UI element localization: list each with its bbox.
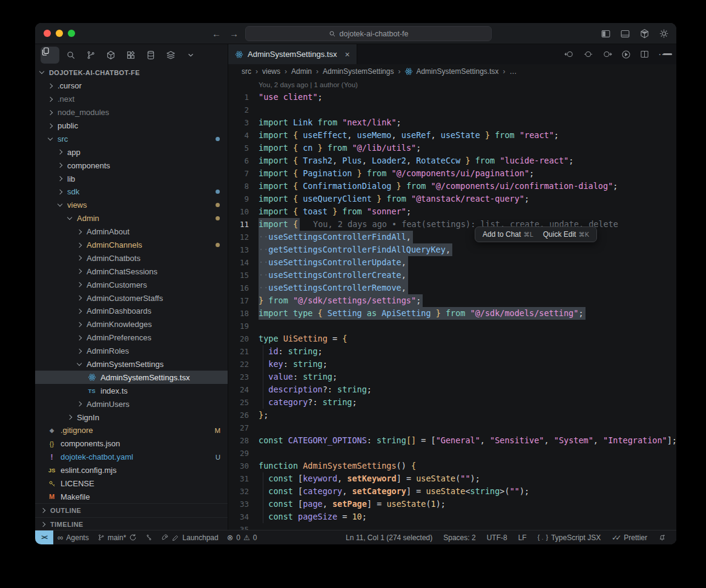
extensions-cube-icon[interactable] [102,47,119,64]
explorer-item-dojotek-chatbot-yaml[interactable]: !dojotek-chatbot.yamlU [35,451,228,464]
explorer-item-adminknowledges[interactable]: AdminKnowledges [35,318,228,331]
breadcrumb-item-[interactable]: … [509,67,516,76]
code-line-15[interactable]: 15··useSettingsControllerCreate, [228,269,676,282]
code-line-24[interactable]: 24 description?: string; [228,383,676,396]
problems-status-item[interactable]: ⊗ 0 ⚠ 0 [223,530,262,544]
code-line-18[interactable]: 18import type { Setting as ApiSetting } … [228,307,676,320]
line-number[interactable]: 11 [228,218,249,231]
explorer-icon[interactable] [41,47,59,64]
explorer-item-adminchatbots[interactable]: AdminChatbots [35,251,228,265]
explorer-item-adminroles[interactable]: AdminRoles [35,345,228,358]
notifications-status[interactable] [653,530,671,544]
explorer-item-cursor[interactable]: .cursor [35,79,228,93]
code-line-10[interactable]: 10import { toast } from "sonner"; [228,205,676,218]
breadcrumb-item-adminsystemsettings[interactable]: AdminSystemSettings [323,67,394,76]
code-line-23[interactable]: 23 value: string; [228,371,676,383]
explorer-item-components[interactable]: components [35,159,228,172]
code-line-25[interactable]: 25 category?: string; [228,396,676,409]
line-number[interactable]: 22 [228,358,249,371]
explorer-item-public[interactable]: public [35,119,228,133]
explorer-item-adminsystemsettings-tsx[interactable]: AdminSystemSettings.tsx [35,371,228,384]
eol-status[interactable]: LF [513,530,532,544]
line-number[interactable]: 30 [228,460,249,472]
toggle-sidebar-icon[interactable] [601,28,611,39]
line-number[interactable]: 26 [228,409,249,421]
code-line-12[interactable]: 12··useSettingsControllerFindAll, [228,231,676,243]
explorer-item-adminchannels[interactable]: AdminChannels [35,239,228,252]
history-back-button[interactable]: ← [212,28,221,39]
explorer-item-lib[interactable]: lib [35,172,228,185]
line-number[interactable]: 18 [228,307,249,320]
explorer-item-license[interactable]: LICENSE [35,477,228,491]
cursor-mark-icon[interactable] [584,50,593,59]
add-to-chat-button[interactable]: Add to Chat⌘L [483,230,533,239]
explorer-item-adminsystemsettings[interactable]: AdminSystemSettings [35,358,228,371]
explorer-root[interactable]: DOJOTEK-AI-CHATBOT-FE [35,66,228,79]
code-line-14[interactable]: 14··useSettingsControllerUpdate, [228,256,676,269]
line-number[interactable]: 34 [228,510,249,523]
code-line-33[interactable]: 33 const [page, setPage] = useState(1); [228,498,676,510]
source-control-icon[interactable] [82,47,99,64]
cursor-forward-icon[interactable] [602,50,612,59]
explorer-item-next[interactable]: .next [35,93,228,106]
line-number[interactable]: 6 [228,154,249,167]
explorer-item-adminchatsessions[interactable]: AdminChatSessions [35,265,228,278]
code-line-6[interactable]: 6import { Trash2, Plus, Loader2, RotateC… [228,154,676,167]
line-number[interactable]: 12 [228,231,249,243]
tab-adminsystemsettings[interactable]: AdminSystemSettings.tsx × [228,44,357,64]
line-number[interactable]: 27 [228,421,249,434]
code-line-11[interactable]: 11import {You, 2 days ago • feat(setting… [228,218,676,231]
code-line-1[interactable]: 1"use client"; [228,91,676,104]
code-line-19[interactable]: 19 [228,320,676,332]
code-line-8[interactable]: 8import { ConfirmationDialog } from "@/c… [228,180,676,193]
line-number[interactable]: 14 [228,256,249,269]
more-views-chevron-icon[interactable] [182,47,199,64]
command-center-search[interactable]: dojotek-ai-chatbot-fe [245,26,492,41]
line-number[interactable]: 10 [228,205,249,218]
explorer-item-node-modules[interactable]: node_modules [35,106,228,119]
line-number[interactable]: 23 [228,371,249,383]
close-window-button[interactable] [44,30,51,37]
code-line-30[interactable]: 30function AdminSystemSettings() { [228,460,676,472]
code-line-16[interactable]: 16··useSettingsControllerRemove, [228,282,676,294]
layers-icon[interactable] [162,47,179,64]
zoom-window-button[interactable] [68,30,75,37]
codelens-blame[interactable]: You, 2 days ago | 1 author (You) [228,78,676,91]
code-line-2[interactable]: 2 [228,104,676,116]
line-number[interactable]: 2 [228,104,249,116]
language-mode-status[interactable]: {﹒} TypeScript JSX [532,530,607,544]
toggle-panel-icon[interactable] [620,28,630,39]
explorer-item-adminabout[interactable]: AdminAbout [35,225,228,239]
run-code-icon[interactable] [621,50,631,59]
explorer-item-admincustomers[interactable]: AdminCustomers [35,278,228,291]
history-forward-button[interactable]: → [229,28,239,39]
line-number[interactable]: 24 [228,383,249,396]
cursor-back-icon[interactable] [564,50,575,59]
code-line-13[interactable]: 13··getSettingsControllerFindAllQueryKey… [228,243,676,256]
line-number[interactable]: 19 [228,320,249,332]
explorer-item-adminusers[interactable]: AdminUsers [35,397,228,411]
line-number[interactable]: 3 [228,116,249,129]
code-line-22[interactable]: 22 key: string; [228,358,676,371]
explorer-item-src[interactable]: src [35,132,228,145]
line-number[interactable]: 25 [228,396,249,409]
line-number[interactable]: 33 [228,498,249,510]
explorer-item-sdk[interactable]: sdk [35,185,228,199]
line-number[interactable]: 8 [228,180,249,193]
explorer-item-components-json[interactable]: {}components.json [35,437,228,451]
explorer-item-gitignore[interactable]: ◆.gitignoreM [35,424,228,437]
search-view-icon[interactable] [62,47,79,64]
line-number[interactable]: 15 [228,269,249,282]
tab-close-icon[interactable]: × [345,50,349,59]
launchpad-status-item[interactable]: Launchpad [157,530,222,544]
explorer-item-admindashboards[interactable]: AdminDashboards [35,305,228,318]
encoding-status[interactable]: UTF-8 [481,530,513,544]
breadcrumb-item-views[interactable]: views [262,67,280,76]
code-line-4[interactable]: 4import { useEffect, useMemo, useRef, us… [228,129,676,142]
split-editor-icon[interactable] [640,50,649,59]
git-branch-status-item[interactable]: main* [93,530,142,544]
explorer-item-adminpreferences[interactable]: AdminPreferences [35,331,228,345]
code-line-34[interactable]: 34 const pageSize = 10; [228,510,676,523]
line-number[interactable]: 17 [228,294,249,307]
formatter-status[interactable]: ✓✓ Prettier [606,530,653,544]
